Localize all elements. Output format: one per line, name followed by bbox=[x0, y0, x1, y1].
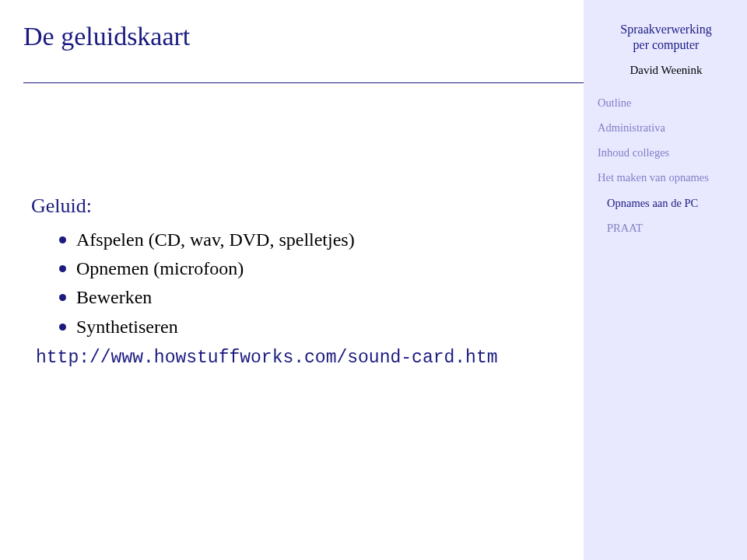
slide-title: De geluidskaart bbox=[23, 22, 190, 51]
url-line: http://www.howstuffworks.com/sound-card.… bbox=[36, 348, 529, 368]
nav-item-inhoud-colleges[interactable]: Inhoud colleges bbox=[598, 145, 735, 159]
sidebar-course-title: Spraakverwerking per computer bbox=[598, 22, 735, 53]
nav-item-het-maken-van-opnames[interactable]: Het maken van opnames bbox=[598, 170, 735, 184]
list-item: Afspelen (CD, wav, DVD, spelletjes) bbox=[59, 226, 529, 254]
sidebar-title-line2: per computer bbox=[633, 38, 700, 51]
sidebar-author: David Weenink bbox=[598, 64, 735, 77]
slide: De geluidskaart Geluid: Afspelen (CD, wa… bbox=[0, 0, 747, 560]
sidebar: Spraakverwerking per computer David Ween… bbox=[584, 0, 747, 560]
item-list: Afspelen (CD, wav, DVD, spelletjes) Opne… bbox=[59, 226, 529, 341]
list-item: Synthetiseren bbox=[59, 313, 529, 341]
reference-link[interactable]: http://www.howstuffworks.com/sound-card.… bbox=[36, 348, 498, 368]
nav-item-praat[interactable]: PRAAT bbox=[607, 221, 735, 235]
title-underline bbox=[23, 82, 584, 83]
title-block: De geluidskaart bbox=[23, 22, 190, 51]
nav-item-opnames-aan-de-pc[interactable]: Opnames aan de PC bbox=[607, 196, 735, 210]
list-item: Opnemen (microfoon) bbox=[59, 254, 529, 283]
list-item: Bewerken bbox=[59, 283, 529, 312]
sidebar-title-line1: Spraakverwerking bbox=[620, 23, 711, 36]
nav-item-outline[interactable]: Outline bbox=[598, 96, 735, 110]
nav-item-administrativa[interactable]: Administrativa bbox=[598, 121, 735, 135]
main-content: Geluid: Afspelen (CD, wav, DVD, spelletj… bbox=[31, 194, 529, 368]
block-heading: Geluid: bbox=[31, 194, 529, 218]
